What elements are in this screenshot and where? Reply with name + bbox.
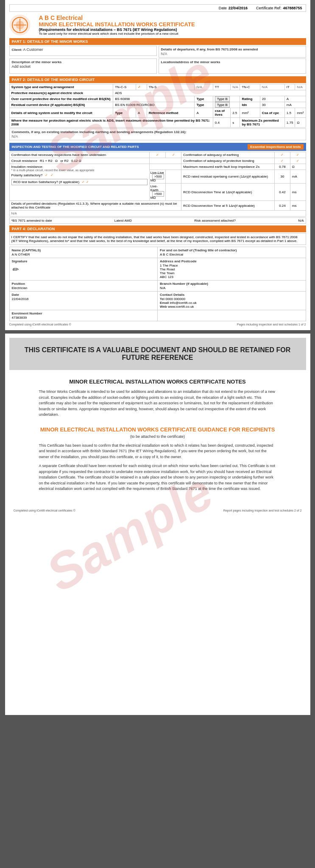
- wiring-ref-value: A: [195, 108, 213, 118]
- contact-tel: Tel 0000 000000: [160, 297, 304, 301]
- contact-cell: Contact Details Tel 0000 000000 Email in…: [158, 292, 306, 310]
- wiring-csa-label: csa of lives: [213, 108, 230, 118]
- part1-left: Client: A Customer: [9, 46, 157, 58]
- overcurrent-type-value: Type B: [213, 96, 240, 102]
- system-na2: N/A: [231, 84, 240, 90]
- location-label: Location/address of the minor works: [161, 60, 304, 64]
- logo-area: [9, 14, 35, 36]
- system-type-table: System type and earthing arrangement TN-…: [9, 84, 306, 128]
- address-label: Address and Postcode: [160, 259, 304, 263]
- enrolment-label: Enrolment Number: [12, 312, 156, 315]
- enrolment-value: 47383839: [12, 316, 156, 320]
- signature-label: Signature: [12, 259, 156, 263]
- part4-header: PART 4: DECLARATION: [9, 225, 306, 232]
- contact-email: Email info@icertifi.co.uk: [160, 301, 304, 305]
- cert-ref-label: Certificate Ref:: [256, 6, 282, 10]
- rcd-disc1-label: RCD Disconnection Time at 1Δn(if applica…: [181, 184, 275, 201]
- date-cell: Date 22/04/2016: [9, 292, 158, 310]
- confirm-insp-tick2: ✓: [166, 152, 181, 158]
- wiring-type-value: A: [136, 108, 147, 118]
- header-title-block: A B C Electrical MINOR ELECTRICAL INSTAL…: [39, 14, 306, 36]
- measure-max-value: 1.75: [284, 118, 295, 128]
- position-cell: Position Electrician: [9, 281, 158, 292]
- protective-value: ADS: [113, 90, 306, 96]
- part1-right: Details of departures, if any, from BS 7…: [159, 46, 306, 58]
- confirm-bond-label: Confirmation of adequacy of protective b…: [181, 158, 275, 164]
- confirm-bond-tick2: ✓: [290, 158, 306, 164]
- departures-value: N/A: [161, 52, 304, 56]
- retained-box: THIS CERTIFICATE IS A VALUABLE DOCUMENT …: [9, 338, 306, 370]
- signature-image: ✏: [12, 265, 18, 274]
- branch-cell: Branch Number (if applicable) N/A: [158, 281, 306, 292]
- confirm-insp-tick1: ✓: [149, 152, 166, 158]
- system-na3: N/A: [260, 84, 284, 90]
- address-line2: The Road: [160, 267, 304, 271]
- page1-footer: Completed using iCertifi electrical cert…: [9, 323, 306, 326]
- desc-field: Description of the minor works Add socke…: [9, 58, 157, 74]
- inspection-table: Confirmation that necessary inspections …: [9, 152, 306, 217]
- part1-top-row: Client: A Customer Details of departures…: [9, 46, 306, 58]
- part3-header-row: INSPECTION AND TESTING OF THE MODIFIED C…: [9, 143, 306, 151]
- insul-cell: Insulation resistance: * In a multi-phas…: [9, 164, 149, 201]
- measure-value: 0.4: [213, 118, 230, 128]
- decl-date-value: 22/04/2016: [12, 297, 156, 301]
- contact-cell2: [158, 310, 306, 321]
- overcurrent-bs: BS 60898: [113, 96, 195, 102]
- rcd-type-label: Type: [195, 102, 213, 108]
- confirm-insp-label: Confirmation that necessary inspections …: [9, 152, 149, 158]
- contact-web: Web www.icertifi.co.uk: [160, 305, 304, 309]
- behalf-cell: For and on behalf of (Trading title of c…: [158, 247, 306, 258]
- contact-label: Contact Details: [160, 293, 304, 297]
- signature-cell: Signature ✏: [9, 258, 158, 281]
- client-label: Client:: [12, 48, 22, 52]
- enrolment-cell: Enrolment Number 47383839: [9, 310, 158, 321]
- confirm-bond-tick1: ✓: [275, 158, 290, 164]
- max-earth-ohm: Ω: [290, 164, 306, 170]
- declaration-text-box: I CERTIFY that the said works do not imp…: [9, 233, 306, 245]
- bs-latest-label: Latest AMD: [114, 219, 132, 223]
- footer2-left: Completed using iCertifi electrical cert…: [14, 509, 75, 512]
- declaration-text: I CERTIFY that the said works do not imp…: [11, 235, 298, 243]
- live-live-row: Live-Live >500 MΩ: [149, 170, 166, 184]
- signature-area: ✏: [12, 264, 156, 275]
- system-na1: N/A: [195, 84, 213, 90]
- measure-label: Where the measure for protection against…: [9, 118, 213, 128]
- comments-box: Comments, if any, on existing installati…: [9, 128, 306, 140]
- system-it: IT: [284, 84, 295, 90]
- company-logo: [9, 14, 31, 36]
- risk-label: Risk assessment attached?: [194, 219, 236, 223]
- wiring-type-label: Type: [113, 108, 136, 118]
- decl-date-label: Date: [12, 293, 156, 297]
- part1-bottom-row: Description of the minor works Add socke…: [9, 58, 306, 74]
- rcd-disc1-value: 0.42: [275, 184, 290, 201]
- part1-location: Location/address of the minor works: [159, 58, 306, 74]
- overcurrent-rating-label: Rating: [240, 96, 260, 102]
- address-cell: Address and Postcode 1 The Place The Roa…: [158, 258, 306, 281]
- deviations-value: N/A: [9, 211, 306, 217]
- comments-label: Comments, if any, on existing installati…: [12, 130, 304, 134]
- guidance-subtitle: (to be attached to the certificate): [9, 434, 306, 439]
- overcurrent-type-label: Type: [195, 96, 213, 102]
- cert-subtitle: (Requirements for electrical installatio…: [39, 28, 306, 32]
- cert-header-row: Date 22/04/2016 Certificate Ref: 4678887…: [9, 4, 306, 12]
- footer2-right: Report pages including inspection and te…: [223, 509, 302, 512]
- wiring-cpc-value: 1.5: [284, 108, 295, 118]
- max-earth-value: 0.78: [275, 164, 290, 170]
- wiring-csa-value: 2.5: [231, 108, 240, 118]
- position-value: Electrician: [12, 286, 156, 290]
- rcd-rated-ma: mA: [290, 170, 306, 184]
- footer1-left: Completed using iCertifi electrical cert…: [9, 323, 71, 326]
- comments-value: N/A: [12, 134, 304, 139]
- rcd-bs: BS EN 61009 RCD/RCBO: [113, 102, 195, 108]
- wiring-mm2-2: mm²: [295, 108, 306, 118]
- circuit-res-label: Circuit resistance R1 + R2 Ω or R2 0.12 …: [9, 158, 149, 164]
- max-earth-label: Maximum measured earth fault loop impeda…: [181, 164, 275, 170]
- client-value: A Customer: [23, 47, 43, 52]
- confirm-earth-tick2: ✓: [290, 152, 306, 158]
- part1-desc: Description of the minor works Add socke…: [9, 58, 157, 74]
- protective-label: Protective measure(s) against electric s…: [9, 90, 113, 96]
- rcd-disc2-label: RCD Disconnection Time at 5 1Δn(if appli…: [181, 201, 275, 211]
- branch-value: N/A: [160, 286, 304, 290]
- polarity-row: Polarity satisfactory? ✓ ✓: [11, 173, 148, 177]
- rcd-test-row: RCD test button Satisfactory? (If applic…: [11, 179, 148, 185]
